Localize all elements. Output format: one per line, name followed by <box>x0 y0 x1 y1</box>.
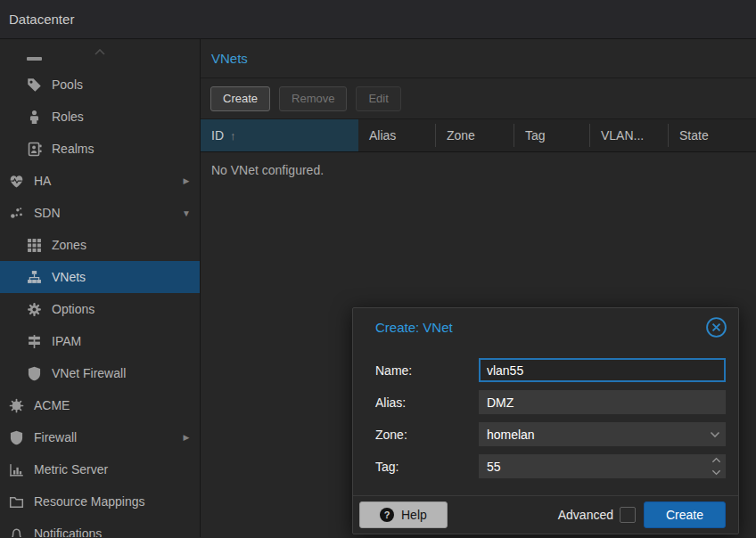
chevron-down-icon[interactable] <box>708 422 722 446</box>
partial-icon <box>27 57 42 61</box>
column-header-label: ID <box>211 128 224 143</box>
sidebar-item-label: IPAM <box>52 334 81 348</box>
column-header-label: VLAN... <box>601 128 644 143</box>
form-row-name: Name: <box>375 358 726 382</box>
sidebar-item-label: Roles <box>52 110 84 124</box>
expander-arrow-icon[interactable] <box>180 208 193 218</box>
form-row-tag: Tag: <box>375 454 726 478</box>
dialog-body: Name: Alias: Zone: Tag: <box>353 346 738 495</box>
sitemap-icon <box>27 270 42 285</box>
grid-toolbar: Create Remove Edit <box>201 78 756 119</box>
help-button-label: Help <box>401 508 427 522</box>
expander-arrow-icon[interactable] <box>180 433 193 442</box>
column-header-zone[interactable]: Zone <box>436 119 514 151</box>
sidebar-item-label: ACME <box>34 398 70 412</box>
signpost-icon <box>27 334 42 349</box>
advanced-label: Advanced <box>558 508 613 522</box>
sidebar-item-partial[interactable] <box>0 39 200 69</box>
certificate-icon <box>9 398 24 413</box>
grid-empty-text: No VNet configured. <box>211 163 324 177</box>
sdn-nodes-icon <box>9 206 24 221</box>
question-circle-icon: ? <box>380 508 394 522</box>
sidebar-item-label: Firewall <box>34 430 77 444</box>
sidebar-item-roles[interactable]: Roles <box>0 101 200 133</box>
sidebar-item-label: Metric Server <box>34 462 108 477</box>
sidebar-item-label: VNets <box>52 270 86 284</box>
spinner-up-icon[interactable] <box>711 456 722 464</box>
expander-arrow-icon[interactable] <box>180 176 193 185</box>
sidebar-item-label: Pools <box>52 77 83 92</box>
sort-ascending-icon <box>230 129 236 143</box>
sidebar-item-ipam[interactable]: IPAM <box>0 325 200 357</box>
tags-icon <box>27 77 42 93</box>
advanced-checkbox[interactable] <box>620 507 636 523</box>
folder-icon <box>9 494 24 509</box>
sidebar-item-notifications[interactable]: Notifications <box>0 518 200 537</box>
dialog-footer: ? Help Advanced Create <box>353 495 738 534</box>
sidebar-item-label: VNet Firewall <box>52 366 126 380</box>
create-button[interactable]: Create <box>210 86 270 111</box>
sidebar-item-vnets[interactable]: VNets <box>0 261 200 293</box>
bar-chart-icon <box>9 462 24 477</box>
gear-icon <box>27 302 42 317</box>
zone-combo-input[interactable] <box>479 422 726 446</box>
advanced-toggle-group: Advanced <box>558 507 636 523</box>
sidebar-item-label: Options <box>52 302 94 316</box>
grid-header-row: ID Alias Zone Tag <box>201 119 756 152</box>
spinner-down-icon[interactable] <box>711 469 722 477</box>
sidebar-item-pools[interactable]: Pools <box>0 69 200 101</box>
alias-field-label: Alias: <box>375 395 479 410</box>
column-header-label: Tag <box>525 128 546 143</box>
sidebar-item-label: SDN <box>34 206 61 220</box>
sidebar-item-resource-mappings[interactable]: Resource Mappings <box>0 485 200 518</box>
column-header-alias[interactable]: Alias <box>358 119 436 151</box>
column-header-label: State <box>679 128 709 143</box>
sidebar-item-options[interactable]: Options <box>0 293 200 325</box>
name-input[interactable] <box>479 358 726 382</box>
column-header-tag[interactable]: Tag <box>514 119 590 151</box>
column-header-state[interactable]: State <box>669 119 756 151</box>
dialog-header[interactable]: Create: VNet <box>353 308 738 346</box>
sidebar-item-realms[interactable]: Realms <box>0 133 200 165</box>
sidebar-item-label: HA <box>34 174 51 188</box>
sidebar-item-vnet-firewall[interactable]: VNet Firewall <box>0 357 200 389</box>
chevron-up-icon <box>89 45 111 59</box>
sidebar-nav: Pools Roles Realms HA <box>0 69 200 537</box>
alias-input[interactable] <box>479 390 726 414</box>
column-header-vlan[interactable]: VLAN... <box>590 119 669 151</box>
resource-tree: Pools Roles Realms HA <box>0 39 201 537</box>
close-icon[interactable] <box>705 316 727 338</box>
address-book-icon <box>27 142 42 157</box>
sidebar-item-label: Resource Mappings <box>34 494 145 509</box>
tag-spinner-input[interactable] <box>479 454 726 478</box>
edit-button: Edit <box>356 86 400 111</box>
sidebar-item-ha[interactable]: HA <box>0 165 200 197</box>
column-header-label: Zone <box>447 128 475 143</box>
sidebar-item-label: Zones <box>52 238 86 252</box>
sidebar-item-firewall[interactable]: Firewall <box>0 421 200 453</box>
sidebar-item-label: Notifications <box>34 526 102 537</box>
grid-icon <box>27 238 42 253</box>
column-header-id[interactable]: ID <box>201 119 358 151</box>
heartbeat-icon <box>9 174 24 189</box>
help-button[interactable]: ? Help <box>359 501 448 528</box>
remove-button: Remove <box>279 86 347 111</box>
name-field-label: Name: <box>375 363 479 378</box>
zone-field-label: Zone: <box>375 428 479 442</box>
dialog-create-button[interactable]: Create <box>644 501 726 528</box>
sidebar-item-acme[interactable]: ACME <box>0 389 200 421</box>
create-vnet-dialog: Create: VNet Name: Alias: Zone: <box>352 307 739 534</box>
dialog-title: Create: VNet <box>375 320 453 335</box>
sidebar-item-metric-server[interactable]: Metric Server <box>0 453 200 485</box>
top-header-bar: Datacenter <box>0 0 756 39</box>
tag-field-label: Tag: <box>375 460 479 474</box>
shield-icon <box>27 366 42 381</box>
column-header-label: Alias <box>369 128 396 143</box>
form-row-zone: Zone: <box>375 422 726 446</box>
sidebar-item-zones[interactable]: Zones <box>0 229 200 261</box>
panel-titlebar: VNets <box>201 39 756 78</box>
sidebar-item-label: Realms <box>52 142 94 156</box>
shield-icon <box>9 430 24 445</box>
datacenter-title: Datacenter <box>9 12 74 27</box>
sidebar-item-sdn[interactable]: SDN <box>0 197 200 229</box>
